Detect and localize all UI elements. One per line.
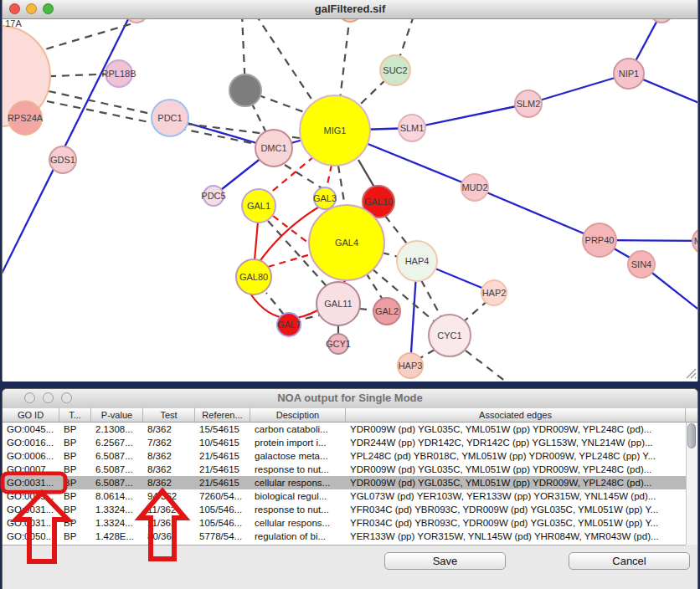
table-cell[interactable]: 1.3324... (91, 503, 143, 516)
close-button[interactable] (9, 3, 20, 14)
table-row[interactable]: GO:0031...BP1.3324...11/362105/546...res… (3, 503, 686, 516)
table-cell[interactable]: BP (59, 516, 91, 530)
table-cell[interactable]: 10/54615 (195, 436, 250, 449)
scrollbar-thumb[interactable] (687, 423, 696, 448)
graph-edge (366, 273, 383, 300)
table-row[interactable]: GO:0006...BP6.5087...8/36221/54615galact… (3, 449, 686, 463)
resize-grip-icon[interactable] (683, 366, 697, 379)
table-cell[interactable]: 6.2567... (91, 436, 143, 449)
table-cell[interactable]: protein import i... (250, 436, 346, 449)
table-cell[interactable]: 21/54615 (195, 449, 250, 463)
table-row[interactable]: GO:0045...BP2.1308...8/36215/54615carbon… (3, 423, 686, 436)
table-cell[interactable]: 8/362 (143, 423, 195, 436)
table-cell[interactable]: 7260/54... (195, 489, 250, 503)
network-canvas[interactable]: 17ARPL18BRPS24AGDS1PDC1DMC1SUC2SLM1SLM2N… (3, 19, 697, 382)
table-cell[interactable]: GO:0031... (3, 476, 59, 489)
vertical-scrollbar[interactable] (686, 423, 697, 545)
save-button[interactable]: Save (384, 552, 506, 570)
table-row[interactable]: GO:0031...BP1.3324...11/362105/546...cel… (3, 516, 686, 530)
table-cell[interactable]: YFR034C (pd) YBR093C, YDR009W (pd) YGL03… (346, 516, 686, 530)
table-cell[interactable]: BP (59, 476, 91, 489)
table-cell[interactable]: YDR244W (pp) YDR142C, YDR142C (pp) YGL15… (346, 436, 686, 449)
graph-node[interactable] (126, 19, 147, 23)
minimize-button[interactable] (26, 3, 37, 14)
table-cell[interactable]: BP (59, 449, 91, 463)
column-header-go-id[interactable]: GO ID (3, 407, 59, 423)
table-cell[interactable]: regulation of bi... (250, 530, 346, 543)
table-cell[interactable]: YGL073W (pd) YER103W, YER133W (pp) YOR31… (346, 489, 686, 503)
table-cell[interactable]: 8/362 (143, 463, 195, 476)
table-cell[interactable]: BP (59, 463, 91, 476)
table-cell[interactable]: 11/362 (143, 503, 195, 516)
table-header: GO IDT...P-valueTestReferen...Desciption… (3, 407, 697, 423)
column-header-desciption[interactable]: Desciption (250, 407, 346, 423)
table-cell[interactable]: 105/546... (195, 516, 250, 530)
table-cell[interactable]: 1.428E... (91, 530, 143, 543)
column-header-test[interactable]: Test (143, 407, 195, 423)
graph-node[interactable] (651, 19, 672, 23)
table-cell[interactable]: 5778/54... (195, 530, 250, 543)
table-cell[interactable]: carbon cataboli... (250, 423, 346, 436)
graph-node[interactable] (338, 19, 362, 22)
table-cell[interactable]: 8/362 (143, 476, 195, 489)
table-cell[interactable]: 80/362 (143, 530, 195, 543)
table-cell[interactable]: 6.5087... (91, 449, 143, 463)
table-cell[interactable]: 21/54615 (195, 463, 250, 476)
table-cell[interactable]: GO:0065... (3, 489, 59, 503)
graph-node[interactable] (229, 74, 261, 106)
network-window-titlebar[interactable]: galFiltered.sif (3, 0, 697, 19)
graph-node-label: RPL18B (102, 69, 136, 79)
table-cell[interactable]: 94/362 (143, 489, 195, 503)
table-row[interactable]: GO:0007...BP6.5087...8/36221/54615respon… (3, 463, 686, 476)
table-cell[interactable]: 105/546... (195, 503, 250, 516)
zoom-button[interactable] (61, 392, 72, 403)
column-header-p-value[interactable]: P-value (91, 407, 143, 423)
table-cell[interactable]: 11/362 (143, 516, 195, 530)
table-row[interactable]: GO:0050...BP1.428E...80/3625778/54...reg… (3, 530, 686, 543)
table-cell[interactable]: biological regul... (250, 489, 346, 503)
table-cell[interactable]: 8/362 (143, 449, 195, 463)
noa-window-titlebar[interactable]: NOA output for Single Mode (3, 389, 697, 408)
table-row[interactable]: GO:0065...BP8.0614...94/3627260/54...bio… (3, 489, 686, 503)
table-cell[interactable]: BP (59, 436, 91, 449)
minimize-button[interactable] (43, 392, 54, 403)
table-cell[interactable]: 15/54615 (195, 423, 250, 436)
column-header-referen-[interactable]: Referen... (195, 407, 250, 423)
table-cell[interactable]: 21/54615 (195, 476, 250, 489)
table-cell[interactable]: BP (59, 530, 91, 543)
table-cell[interactable]: 1.3324... (91, 516, 143, 530)
table-cell[interactable]: GO:0016... (3, 436, 59, 449)
table-cell[interactable]: YFR034C (pd) YBR093C, YDR009W (pd) YGL03… (346, 503, 686, 516)
table-cell[interactable]: YDR009W (pd) YGL035C, YML051W (pp) YDR00… (346, 476, 686, 489)
table-cell[interactable]: GO:0031... (3, 503, 59, 516)
table-cell[interactable]: response to nut... (250, 463, 346, 476)
table-cell[interactable]: YPL248C (pd) YBR018C, YML051W (pp) YDR00… (346, 449, 686, 463)
column-header-t-[interactable]: T... (59, 407, 91, 423)
table-row[interactable]: GO:0016...BP6.2567...7/36210/54615protei… (3, 436, 686, 449)
table-cell[interactable]: GO:0006... (3, 449, 59, 463)
table-cell[interactable]: 2.1308... (91, 423, 143, 436)
table-cell[interactable]: 7/362 (143, 436, 195, 449)
table-cell[interactable]: YER133W (pp) YOR315W, YNL145W (pd) YHR08… (346, 530, 686, 543)
table-cell[interactable]: YDR009W (pd) YGL035C, YML051W (pp) YDR00… (346, 423, 686, 436)
table-cell[interactable]: BP (59, 503, 91, 516)
table-cell[interactable]: response to nut... (250, 503, 346, 516)
table-cell[interactable]: BP (59, 489, 91, 503)
table-cell[interactable]: GO:0007... (3, 463, 59, 476)
table-cell[interactable]: YDR009W (pd) YGL035C, YML051W (pp) YDR00… (346, 463, 686, 476)
table-cell[interactable]: 6.5087... (91, 463, 143, 476)
table-cell[interactable]: BP (59, 423, 91, 436)
table-cell[interactable]: cellular respons... (250, 476, 346, 489)
table-cell[interactable]: 8.0614... (91, 489, 143, 503)
column-header-associated-edges[interactable]: Associated edges (346, 407, 686, 423)
table-row[interactable]: GO:0031...BP6.5087...8/36221/54615cellul… (3, 476, 686, 489)
close-button[interactable] (24, 392, 35, 403)
cancel-button[interactable]: Cancel (569, 552, 690, 570)
zoom-button[interactable] (43, 3, 54, 14)
table-cell[interactable]: cellular respons... (250, 516, 346, 530)
table-cell[interactable]: GO:0050... (3, 530, 59, 543)
table-cell[interactable]: GO:0045... (3, 423, 59, 436)
table-cell[interactable]: GO:0031... (3, 516, 59, 530)
table-cell[interactable]: galactose meta... (250, 449, 346, 463)
table-cell[interactable]: 6.5087... (91, 476, 143, 489)
